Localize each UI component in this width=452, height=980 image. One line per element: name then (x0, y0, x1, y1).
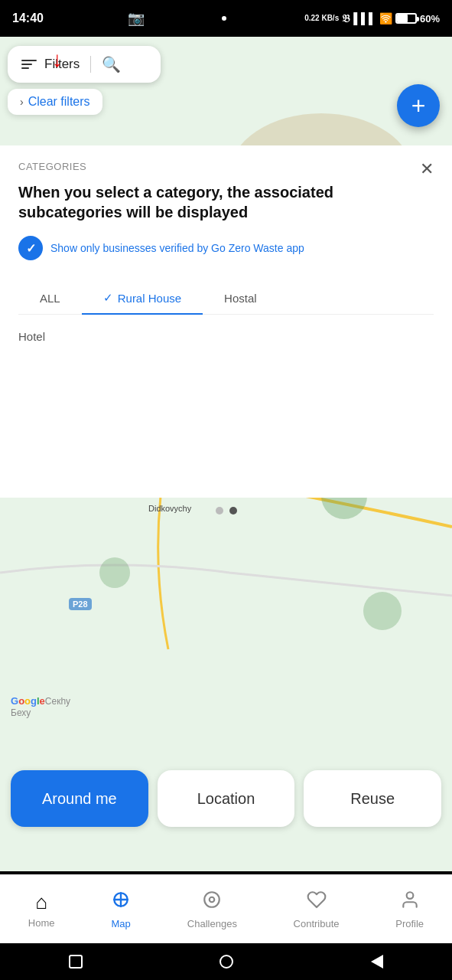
tab-hostal[interactable]: Hostal (203, 282, 278, 314)
signal-icon: ▌▌▌ (353, 12, 376, 24)
categories-panel: CATEGORIES ✕ When you select a category,… (0, 145, 452, 498)
profile-icon (400, 890, 420, 915)
panel-title: When you select a category, the associat… (18, 182, 434, 222)
location-button[interactable]: Location (158, 770, 295, 827)
map-action-row: Around me Location Reuse (0, 770, 452, 827)
red-arrow: ↓ (52, 47, 63, 72)
dot-2 (229, 507, 237, 514)
tab-all[interactable]: ALL (18, 282, 82, 314)
battery-icon (395, 13, 417, 24)
home-icon: ⌂ (35, 890, 47, 914)
close-button[interactable]: ✕ (420, 161, 434, 178)
search-icon[interactable]: 🔍 (102, 55, 121, 74)
nav-challenges[interactable]: Challenges (187, 890, 237, 929)
contribute-label: Contribute (294, 918, 340, 929)
profile-label: Profile (395, 918, 424, 929)
map-icon (111, 890, 131, 915)
google-logo: GoogleСекhyБеху (11, 695, 70, 718)
fab-icon: + (411, 92, 426, 120)
nav-map[interactable]: Map (111, 890, 131, 929)
network-speed: 0.22 KB/s (304, 14, 339, 23)
page-dots (216, 507, 237, 514)
tab-all-label: ALL (40, 292, 60, 305)
categories-label: CATEGORIES (18, 161, 86, 172)
tab-hotel-label: Hotel (18, 330, 45, 343)
status-icons: 0.22 KB/s 𝔅 ▌▌▌ 🛜 60% (304, 12, 440, 25)
dot-1 (216, 507, 223, 514)
android-nav (0, 943, 452, 980)
status-time: 14:40 (12, 11, 44, 25)
verified-badge-icon (18, 236, 43, 260)
tab-hostal-label: Hostal (224, 292, 257, 305)
tab-hotel[interactable]: Hotel (18, 321, 434, 352)
filter-icon[interactable] (21, 60, 37, 69)
back-button[interactable] (371, 955, 383, 969)
reuse-button[interactable]: Reuse (304, 770, 441, 827)
battery-level: 60% (420, 13, 440, 24)
tab-rural-house-label: Rural House (118, 292, 181, 305)
nav-profile[interactable]: Profile (395, 890, 424, 929)
challenges-label: Challenges (187, 918, 237, 929)
nav-home[interactable]: ⌂ Home (28, 890, 55, 929)
home-label: Home (28, 917, 55, 929)
divider (90, 56, 91, 73)
camera-icon: 📷 (128, 10, 145, 27)
check-icon: ✓ (103, 291, 113, 305)
svg-point-20 (406, 892, 413, 899)
nav-contribute[interactable]: Contribute (294, 890, 340, 929)
panel-header: CATEGORIES ✕ (18, 161, 434, 178)
verified-text: Show only businesses verified by Go Zero… (50, 242, 304, 254)
around-me-button[interactable]: Around me (11, 770, 148, 827)
around-me-label: Around me (42, 790, 117, 808)
contribute-icon (307, 890, 327, 915)
filter-bar: Filters 🔍 (8, 46, 161, 83)
fab-button[interactable]: + (397, 84, 440, 127)
svg-point-14 (363, 592, 402, 630)
bottom-nav: ⌂ Home Map Challenges Contribute (0, 874, 452, 943)
wifi-icon: 🛜 (379, 12, 392, 24)
clear-filters-row[interactable]: › Clear filters (8, 89, 102, 115)
chevron-right-icon: › (20, 96, 24, 108)
clear-filters-label[interactable]: Clear filters (28, 95, 90, 109)
map-label-nav: Map (112, 918, 131, 929)
tab-rural-house[interactable]: ✓ Rural House (82, 282, 203, 314)
recents-button[interactable] (69, 955, 83, 969)
svg-point-19 (210, 897, 215, 902)
reuse-label: Reuse (350, 790, 395, 808)
home-button[interactable] (219, 955, 233, 969)
svg-point-18 (205, 892, 220, 907)
challenges-icon (202, 890, 222, 915)
verified-row: Show only businesses verified by Go Zero… (18, 236, 434, 260)
category-tabs: ALL ✓ Rural House Hostal (18, 282, 434, 315)
status-bar: 14:40 📷 0.22 KB/s 𝔅 ▌▌▌ 🛜 60% (0, 0, 452, 37)
svg-point-13 (99, 557, 130, 588)
bluetooth-icon: 𝔅 (342, 12, 350, 25)
road-badge-p28-bottom: P28 (69, 598, 92, 610)
dot-indicator (222, 16, 226, 21)
location-label: Location (197, 790, 255, 808)
